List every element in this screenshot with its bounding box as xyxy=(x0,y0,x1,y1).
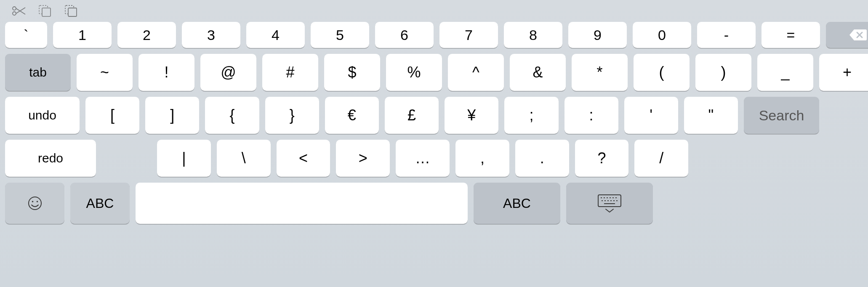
key-quote[interactable]: " xyxy=(684,97,738,134)
key-dismiss-keyboard[interactable] xyxy=(566,183,653,224)
key-pipe[interactable]: | xyxy=(157,140,211,177)
key-pound[interactable]: £ xyxy=(385,97,439,134)
key-space[interactable] xyxy=(136,183,468,224)
key-euro[interactable]: € xyxy=(325,97,379,134)
key-9[interactable]: 9 xyxy=(568,22,627,48)
paste-icon[interactable] xyxy=(64,4,78,18)
key-brace-right[interactable]: } xyxy=(265,97,319,134)
keyboard-row-2: tab ~ ! @ # $ % ^ & * ( ) _ + xyxy=(5,54,863,91)
key-6[interactable]: 6 xyxy=(375,22,434,48)
key-abc-left[interactable]: ABC xyxy=(70,183,130,224)
editing-shortcuts-bar xyxy=(0,0,868,22)
cut-icon[interactable] xyxy=(12,4,26,18)
keyboard-row-4: redo | \ < > … , . ? / xyxy=(5,140,863,177)
keyboard-row-3: undo [ ] { } € £ ¥ ; : ' " Search xyxy=(5,97,863,134)
key-asterisk[interactable]: * xyxy=(572,54,628,91)
key-5[interactable]: 5 xyxy=(311,22,369,48)
key-8[interactable]: 8 xyxy=(504,22,562,48)
key-1[interactable]: 1 xyxy=(53,22,112,48)
key-backtick[interactable]: ` xyxy=(5,22,47,48)
key-emoji[interactable] xyxy=(5,183,64,224)
svg-rect-5 xyxy=(42,8,51,16)
key-bracket-left[interactable]: [ xyxy=(85,97,139,134)
key-abc-right[interactable]: ABC xyxy=(474,183,560,224)
key-comma[interactable]: , xyxy=(455,140,509,177)
key-7[interactable]: 7 xyxy=(439,22,498,48)
key-exclamation[interactable]: ! xyxy=(138,54,194,91)
copy-icon[interactable] xyxy=(38,4,52,18)
key-plus[interactable]: + xyxy=(819,54,868,91)
key-period[interactable]: . xyxy=(515,140,569,177)
svg-line-2 xyxy=(16,8,25,14)
svg-point-10 xyxy=(29,197,41,210)
key-paren-left[interactable]: ( xyxy=(634,54,690,91)
backspace-icon xyxy=(849,29,867,41)
keyboard: ` 1 2 3 4 5 6 7 8 9 0 - = tab ~ ! @ # $ … xyxy=(0,22,868,229)
svg-point-1 xyxy=(13,7,16,10)
key-yen[interactable]: ¥ xyxy=(445,97,498,134)
keyboard-row-1: ` 1 2 3 4 5 6 7 8 9 0 - = xyxy=(5,22,863,48)
key-question[interactable]: ? xyxy=(575,140,629,177)
key-less-than[interactable]: < xyxy=(277,140,330,177)
key-equals[interactable]: = xyxy=(761,22,820,48)
dismiss-keyboard-icon xyxy=(596,193,623,213)
key-3[interactable]: 3 xyxy=(182,22,240,48)
key-0[interactable]: 0 xyxy=(633,22,691,48)
key-at[interactable]: @ xyxy=(200,54,256,91)
key-backspace[interactable] xyxy=(826,22,868,48)
keyboard-row-5: ABC ABC xyxy=(5,183,863,224)
key-underscore[interactable]: _ xyxy=(757,54,813,91)
svg-rect-7 xyxy=(68,8,77,16)
key-paren-right[interactable]: ) xyxy=(695,54,751,91)
key-bracket-right[interactable]: ] xyxy=(145,97,199,134)
key-ampersand[interactable]: & xyxy=(510,54,566,91)
key-minus[interactable]: - xyxy=(697,22,756,48)
key-undo[interactable]: undo xyxy=(5,97,80,134)
key-backslash[interactable]: \ xyxy=(217,140,271,177)
svg-point-12 xyxy=(36,201,38,202)
emoji-icon xyxy=(27,196,43,211)
svg-point-11 xyxy=(32,201,33,202)
key-redo[interactable]: redo xyxy=(5,140,96,177)
key-apostrophe[interactable]: ' xyxy=(624,97,678,134)
key-greater-than[interactable]: > xyxy=(336,140,390,177)
key-4[interactable]: 4 xyxy=(246,22,305,48)
svg-point-0 xyxy=(13,12,16,15)
key-dollar[interactable]: $ xyxy=(324,54,380,91)
key-hash[interactable]: # xyxy=(262,54,318,91)
key-tilde[interactable]: ~ xyxy=(77,54,133,91)
key-semicolon[interactable]: ; xyxy=(504,97,558,134)
key-caret[interactable]: ^ xyxy=(448,54,504,91)
key-brace-left[interactable]: { xyxy=(205,97,259,134)
key-search[interactable]: Search xyxy=(744,97,819,134)
svg-line-3 xyxy=(16,8,25,13)
key-colon[interactable]: : xyxy=(564,97,618,134)
key-2[interactable]: 2 xyxy=(117,22,176,48)
key-ellipsis[interactable]: … xyxy=(396,140,450,177)
key-slash[interactable]: / xyxy=(634,140,688,177)
key-tab[interactable]: tab xyxy=(5,54,71,91)
key-percent[interactable]: % xyxy=(386,54,442,91)
